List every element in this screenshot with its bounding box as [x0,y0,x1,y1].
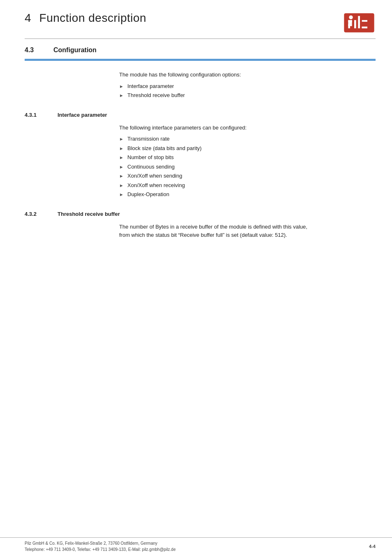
section-4-3-2-body: The number of Bytes in a receive buffer … [119,223,316,240]
section-4-3-1: 4.3.1 Interface parameter The following … [25,112,376,199]
section-4-3-2-number: 4.3.2 [25,211,58,217]
svg-point-1 [349,16,353,19]
bullet-text: Interface parameter [127,82,174,90]
svg-rect-5 [348,24,352,26]
list-item: ► Number of stop bits [119,153,376,162]
section-4-3-1-title: Interface parameter [58,112,107,118]
footer-line-1: Pilz GmbH & Co. KG, Felix-Wankel-Straße … [25,540,175,546]
section-4-3-number: 4.3 [25,46,45,54]
section-4-3-1-number: 4.3.1 [25,112,58,118]
bullet-arrow-icon: ► [119,92,125,99]
footer-line-2: Telephone: +49 711 3409-0, Telefax: +49 … [25,546,175,553]
bullet-text: Transmission rate [127,135,170,143]
list-item: ► Interface parameter [119,82,376,90]
svg-rect-10 [362,27,367,28]
list-item: ► Threshold receive buffer [119,91,376,99]
bullet-arrow-icon: ► [119,154,125,161]
section-4-3-1-bullets: ► Transmission rate ► Block size (data b… [119,135,376,199]
list-item: ► Xon/Xoff when sending [119,172,376,180]
chapter-title: Function description [39,12,147,25]
page-number: 4-4 [369,544,376,549]
svg-rect-4 [350,20,352,24]
section-4-3-intro: The module has the following configurati… [119,71,376,79]
bullet-arrow-icon: ► [119,173,125,180]
list-item: ► Continuous sending [119,163,376,171]
section-4-3-heading: 4.3 Configuration [0,39,392,54]
bullet-text: Block size (data bits and parity) [127,144,202,153]
bullet-arrow-icon: ► [119,83,125,90]
svg-rect-7 [358,16,360,28]
bullet-arrow-icon: ► [119,145,125,152]
bullet-text: Number of stop bits [127,153,174,162]
list-item: ► Block size (data bits and parity) [119,144,376,153]
section-4-3-bullets: ► Interface parameter ► Threshold receiv… [119,82,376,99]
bullet-text: Duplex-Operation [127,190,169,199]
header: 4 Function description [0,0,392,34]
pilz-logo-icon [343,12,376,34]
bullet-arrow-icon: ► [119,164,125,171]
section-4-3-2: 4.3.2 Threshold receive buffer The numbe… [25,211,376,240]
svg-rect-6 [354,20,356,28]
bullet-arrow-icon: ► [119,136,125,143]
bullet-text: Threshold receive buffer [127,91,185,99]
section-4-3-2-heading: 4.3.2 Threshold receive buffer [25,211,376,217]
list-item: ► Xon/Xoff when receiving [119,181,376,190]
page-container: 4 Function description [0,0,392,555]
chapter-heading: 4 Function description [25,12,146,25]
section-4-3-title: Configuration [53,46,97,54]
section-4-3-2-title: Threshold receive buffer [58,211,120,217]
bullet-text: Xon/Xoff when receiving [127,181,185,190]
bullet-arrow-icon: ► [119,191,125,198]
footer-company-info: Pilz GmbH & Co. KG, Felix-Wankel-Straße … [25,540,175,553]
list-item: ► Duplex-Operation [119,190,376,199]
bullet-text: Continuous sending [127,163,175,171]
content-area: The module has the following configurati… [25,61,376,240]
svg-rect-8 [362,20,367,22]
section-4-3-1-intro: The following interface parameters can b… [119,124,376,132]
logo-container [343,12,376,34]
chapter-number: 4 [25,12,31,25]
section-4-3-1-heading: 4.3.1 Interface parameter [25,112,376,118]
list-item: ► Transmission rate [119,135,376,143]
bullet-arrow-icon: ► [119,182,125,189]
bullet-text: Xon/Xoff when sending [127,172,182,180]
page-footer: Pilz GmbH & Co. KG, Felix-Wankel-Straße … [0,537,392,555]
